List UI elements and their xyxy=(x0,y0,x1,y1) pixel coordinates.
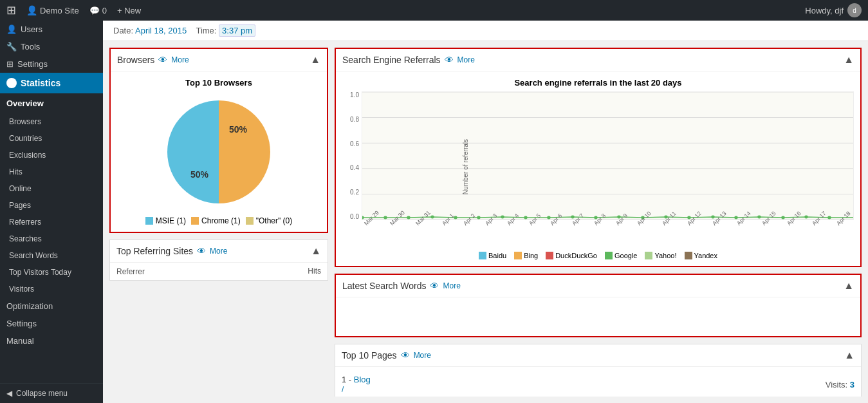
sidebar-item-manual[interactable]: Manual xyxy=(0,332,103,350)
browsers-collapse-button[interactable]: ▲ xyxy=(310,54,320,66)
visits-label: Visits: xyxy=(826,380,850,389)
latest-search-more-link[interactable]: More xyxy=(443,281,460,290)
svg-point-11 xyxy=(477,216,480,220)
bing-label: Bing xyxy=(524,252,538,259)
svg-point-8 xyxy=(407,216,410,220)
top-pages-more-link[interactable]: More xyxy=(414,351,431,360)
time-label: Time: xyxy=(196,26,216,35)
legend-item-chrome: Chrome (1) xyxy=(191,216,241,225)
comments-link[interactable]: 💬 0 xyxy=(89,6,107,15)
pages-label: Pages xyxy=(9,201,31,210)
sidebar-item-search-words[interactable]: Search Words xyxy=(0,247,103,264)
settings-icon-top: ⊞ xyxy=(6,59,14,69)
sidebar-item-pages[interactable]: Pages xyxy=(0,197,103,214)
referring-title-area: Top Referring Sites 👁 More xyxy=(116,246,227,256)
wp-logo-icon[interactable]: ⊞ xyxy=(6,3,16,17)
google-label: Google xyxy=(614,252,637,259)
referring-more-link[interactable]: More xyxy=(210,247,227,256)
referring-eye-icon: 👁 xyxy=(197,246,206,256)
y-label-0: 0.0 xyxy=(350,213,359,220)
sidebar-item-settings2[interactable]: Settings xyxy=(0,315,103,332)
svg-point-22 xyxy=(734,216,737,220)
legend-item-msie: MSIE (1) xyxy=(145,216,186,225)
latest-search-collapse-button[interactable]: ▲ xyxy=(844,280,854,292)
optimization-label: Optimization xyxy=(6,301,53,311)
hits-col-header: Hits xyxy=(308,267,321,276)
sidebar-item-searches[interactable]: Searches xyxy=(0,230,103,247)
search-engine-eye-icon: 👁 xyxy=(445,55,454,65)
search-engine-collapse-button[interactable]: ▲ xyxy=(844,54,854,66)
yandex-swatch xyxy=(685,252,692,259)
sidebar-item-users[interactable]: 👤 Users xyxy=(0,21,103,38)
manual-label: Manual xyxy=(6,336,34,346)
overview-label: Overview xyxy=(6,98,44,108)
other-label: "Other" (0) xyxy=(256,216,293,225)
sidebar-item-settings-top[interactable]: ⊞ Settings xyxy=(0,55,103,73)
sidebar-item-hits[interactable]: Hits xyxy=(0,164,103,180)
date-value: April 18, 2015 xyxy=(135,26,187,35)
baidu-label: Baidu xyxy=(488,252,506,259)
sidebar-item-optimization[interactable]: Optimization xyxy=(0,297,103,315)
pie-label-msie: 50% xyxy=(190,169,209,180)
latest-search-eye-icon: 👁 xyxy=(430,281,439,291)
search-engine-more-link[interactable]: More xyxy=(457,55,475,64)
two-col-layout: Browsers 👁 More ▲ Top 10 Browsers xyxy=(103,41,868,403)
referring-collapse-button[interactable]: ▲ xyxy=(311,245,321,257)
site-name[interactable]: 👤 Demo Site xyxy=(26,5,79,15)
pie-chart-svg: 50% 50% xyxy=(161,94,277,210)
top-pages-eye-icon: 👁 xyxy=(401,350,410,361)
hits-label: Hits xyxy=(9,167,23,176)
search-engine-widget: Search Engine Referrals 👁 More ▲ Search … xyxy=(335,48,862,267)
y-label-08: 0.8 xyxy=(350,116,359,123)
page-path[interactable]: / xyxy=(342,385,344,394)
browsers-eye-icon: 👁 xyxy=(158,55,167,65)
comments-icon: 💬 xyxy=(89,6,100,15)
sidebar-item-exclusions[interactable]: Exclusions xyxy=(0,147,103,164)
stats-label: Statistics xyxy=(21,78,60,88)
top-pages-body: 1 - Blog / Visits: 3 xyxy=(335,367,861,397)
sidebar-item-top-visitors-today[interactable]: Top Visitors Today xyxy=(0,264,103,281)
browsers-widget: Browsers 👁 More ▲ Top 10 Browsers xyxy=(109,48,328,233)
yandex-label: Yandex xyxy=(694,252,718,259)
new-item-link[interactable]: + New xyxy=(117,6,141,15)
chart-container: 1.0 0.8 0.6 0.4 0.2 0.0 xyxy=(342,91,854,229)
sidebar-item-tools[interactable]: 🔧 Tools xyxy=(0,38,103,55)
right-col: Search Engine Referrals 👁 More ▲ Search … xyxy=(335,48,862,397)
search-engine-chart-area: Search engine referrals in the last 20 d… xyxy=(336,71,860,266)
legend-yahoo: Yahoo! xyxy=(645,252,676,259)
referrer-col-header: Referrer xyxy=(116,267,145,276)
sidebar-item-online[interactable]: Online xyxy=(0,180,103,197)
latest-search-body xyxy=(336,297,860,336)
svg-point-25 xyxy=(804,216,808,219)
browsers-more-link[interactable]: More xyxy=(171,55,189,64)
sidebar-item-referrers[interactable]: Referrers xyxy=(0,214,103,230)
site-user-icon: 👤 xyxy=(26,5,37,15)
admin-bar: ⊞ 👤 Demo Site 💬 0 + New Howdy, djf d xyxy=(0,0,868,21)
date-time-bar: Date: April 18, 2015 Time: 3:37 pm xyxy=(103,21,868,41)
page-name[interactable]: Blog xyxy=(354,375,371,384)
yahoo-swatch xyxy=(645,252,652,259)
site-name-label: Demo Site xyxy=(40,6,79,15)
sidebar-item-visitors[interactable]: Visitors xyxy=(0,281,103,297)
svg-point-6 xyxy=(362,216,364,220)
pie-legend: MSIE (1) Chrome (1) "Other" (0) xyxy=(117,216,320,225)
y-label-1: 1.0 xyxy=(350,91,359,98)
sidebar-item-browsers[interactable]: Browsers xyxy=(0,113,103,130)
sidebar-item-overview[interactable]: Overview xyxy=(0,93,103,113)
y-axis-labels: 1.0 0.8 0.6 0.4 0.2 0.0 xyxy=(342,91,362,220)
avatar[interactable]: d xyxy=(847,3,862,17)
svg-point-7 xyxy=(383,216,387,220)
top-pages-collapse-button[interactable]: ▲ xyxy=(844,350,854,361)
other-swatch xyxy=(246,217,254,225)
legend-item-other: "Other" (0) xyxy=(246,216,293,225)
google-swatch xyxy=(605,252,613,259)
search-engine-legend: Baidu Bing DuckDuckGo xyxy=(342,252,854,259)
svg-point-26 xyxy=(827,216,831,220)
sidebar-item-countries[interactable]: Countries xyxy=(0,130,103,147)
sidebar-statistics-header[interactable]: Statistics xyxy=(0,73,103,93)
referring-sites-header: Top Referring Sites 👁 More ▲ xyxy=(110,240,328,263)
svg-point-9 xyxy=(430,216,434,219)
exclusions-label: Exclusions xyxy=(9,151,46,160)
collapse-menu-button[interactable]: ◀ Collapse menu xyxy=(0,383,103,403)
pie-chart-title: Top 10 Browsers xyxy=(117,78,320,88)
